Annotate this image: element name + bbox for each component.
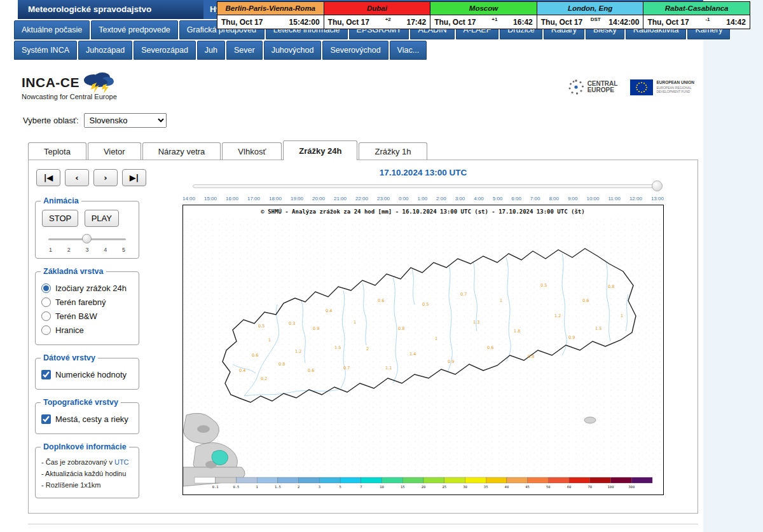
timeline-thumb[interactable] <box>652 181 663 191</box>
animation-group: Animácia STOP PLAY 12345 <box>35 196 139 259</box>
nav-tab-juh[interactable]: Juh <box>197 41 225 60</box>
layer-option[interactable]: Mestá, cesty a rieky <box>41 414 133 424</box>
speed-label: 3 <box>85 247 88 253</box>
timeline-tick: 11:00 <box>608 196 620 201</box>
animation-speed-slider[interactable] <box>48 233 126 245</box>
scale-value: 45 <box>525 485 530 489</box>
world-clock-cell: Berlin-Paris-Vienna-RomaThu, Oct 1715:42… <box>217 1 324 29</box>
eu-text-3: DEVELOPMENT FUND <box>656 90 694 94</box>
precip-value: 0.6 <box>308 368 314 373</box>
map-column: 17.10.2024 13:00 UTC 14:0015:0016:0017:0… <box>182 168 666 507</box>
precip-value: 0.2 <box>261 376 267 381</box>
additional-info-group: Doplnkové informácie - Čas je zobrazovan… <box>35 442 139 498</box>
base-layer-option[interactable]: Izočiary zrážok 24h <box>41 283 133 293</box>
speed-scale: 12345 <box>41 247 134 253</box>
scale-value: 300 <box>628 485 635 489</box>
tab-teplota[interactable]: Teplota <box>28 142 86 160</box>
tab-narazy-vetra[interactable]: Nárazy vetra <box>142 142 221 160</box>
world-clock-widget: Berlin-Paris-Vienna-RomaThu, Oct 1715:42… <box>217 1 750 29</box>
tab-vietor[interactable]: Vietor <box>88 142 141 160</box>
option-label: Izočiary zrážok 24h <box>55 283 127 293</box>
precip-value: 0.9 <box>568 335 575 340</box>
play-button[interactable]: PLAY <box>85 210 119 227</box>
timeline-slider[interactable] <box>193 181 657 193</box>
precipitation-map[interactable]: © SHMÚ - Analýza zrážok za 24 hod [mm] -… <box>182 205 664 495</box>
scale-segment <box>361 477 382 483</box>
timeline-tick: 8:00 <box>549 196 559 201</box>
clock-time-value: 14:42:00 <box>608 18 639 27</box>
nav-tab-juhovychod[interactable]: Juhovýchod <box>264 41 322 60</box>
tab-zrazky-1h[interactable]: Zrážky 1h <box>359 142 427 160</box>
scale-segment <box>195 477 216 483</box>
nav-tab-textove-predpovede[interactable]: Textové predpovede <box>91 20 178 39</box>
base-layer-option[interactable]: Terén farebný <box>41 297 133 307</box>
nav-tab-sever[interactable]: Sever <box>226 41 263 60</box>
timeline-tick: 0:00 <box>399 196 409 201</box>
clock-utc-offset: -1 <box>705 17 710 22</box>
base-layer-option[interactable]: Terén B&W <box>41 311 133 321</box>
checkbox-numericke-hodnoty[interactable] <box>41 370 51 379</box>
radio-hranice[interactable] <box>41 325 51 335</box>
layer-option[interactable]: Numerické hodnoty <box>41 370 133 379</box>
map-controls: |◀‹›▶| Animácia STOP PLAY 12345 Základná… <box>35 168 147 507</box>
precip-value: 0.4 <box>239 368 245 373</box>
precip-value: 1 <box>500 298 502 303</box>
scale-segment <box>299 477 320 483</box>
clock-city-name: Moscow <box>430 2 537 15</box>
nav-tab-aktualne-pocasie[interactable]: Aktuálne počasie <box>14 20 90 39</box>
nav-tab-severovychod[interactable]: Severovýchod <box>322 41 388 60</box>
scale-value: 40 <box>505 485 509 489</box>
timeline-tick: 16:00 <box>226 196 238 201</box>
precip-value: 0.5 <box>540 283 547 288</box>
base-layer-option[interactable]: Hranice <box>41 325 133 335</box>
scale-value: 1 <box>256 485 258 489</box>
radio-izociary-zrazok-24h[interactable] <box>41 283 51 293</box>
nav-tab-system-inca[interactable]: Systém INCA <box>14 41 77 60</box>
scale-value: 0.5 <box>233 485 239 489</box>
next-frame-button[interactable]: › <box>93 169 118 186</box>
eu-flag-icon <box>630 79 653 95</box>
stop-button[interactable]: STOP <box>42 210 78 227</box>
timeline-track[interactable] <box>193 184 657 188</box>
option-label: Hranice <box>55 325 84 335</box>
info-line: - Rozlíšenie 1x1km <box>41 481 133 489</box>
first-frame-button[interactable]: |◀ <box>36 169 60 186</box>
utc-link[interactable]: UTC <box>114 458 129 466</box>
tab-zrazky-24h[interactable]: Zrážky 24h <box>283 140 357 160</box>
scale-segment <box>236 477 257 483</box>
radio-teren-farebny[interactable] <box>41 297 51 307</box>
precip-value: 1 <box>435 336 437 341</box>
page: Meteorologické spravodajstvo Hydrologick… <box>13 0 703 532</box>
partner-logos: CENTRAL EUROPE <box>568 79 694 95</box>
scale-segment <box>423 477 444 483</box>
prev-frame-button[interactable]: ‹ <box>65 169 89 186</box>
world-clock-cell: Rabat-CasablancaThu, Oct 17-114:42 <box>643 1 750 29</box>
scale-segment <box>548 477 569 483</box>
terrain-stipple <box>184 218 663 472</box>
clock-time-value: 17:42 <box>406 18 426 27</box>
slider-thumb[interactable] <box>82 234 92 243</box>
world-clock-cell: London, EngThu, Oct 17DST14:42:00 <box>537 1 644 29</box>
precip-value: 0.8 <box>278 362 285 367</box>
content-area: INCA-CE Nowcasting for Central Europe <box>13 60 703 532</box>
precip-value: 1.5 <box>334 345 341 350</box>
scale-segment <box>319 477 340 483</box>
timeline-tick-labels: 14:0015:0016:0017:0018:0019:0020:0021:00… <box>182 196 664 201</box>
timeline-tick: 6:00 <box>511 196 521 201</box>
precip-value: 1.2 <box>554 313 561 318</box>
nav-tab-juhozapad[interactable]: Juhozápad <box>78 41 132 60</box>
timeline-tick: 20:00 <box>312 196 325 201</box>
scale-segment <box>507 477 528 483</box>
region-select[interactable]: Slovensko <box>84 113 167 128</box>
clock-date: Thu, Oct 17 <box>541 18 582 27</box>
timeline-tick: 14:00 <box>182 196 195 201</box>
last-frame-button[interactable]: ▶| <box>122 169 146 186</box>
nav-tab-viac[interactable]: Viac... <box>390 41 427 60</box>
radio-teren-b-w[interactable] <box>41 311 51 321</box>
nav-tab-severozapad[interactable]: Severozápad <box>134 41 196 60</box>
scale-value: 30 <box>463 485 467 489</box>
timeline-tick: 17:00 <box>247 196 260 201</box>
checkbox-mesta-cesty-a-rieky[interactable] <box>41 414 51 424</box>
timeline-tick: 19:00 <box>291 196 303 201</box>
tab-vlhkost[interactable]: Vlhkosť <box>222 142 282 160</box>
